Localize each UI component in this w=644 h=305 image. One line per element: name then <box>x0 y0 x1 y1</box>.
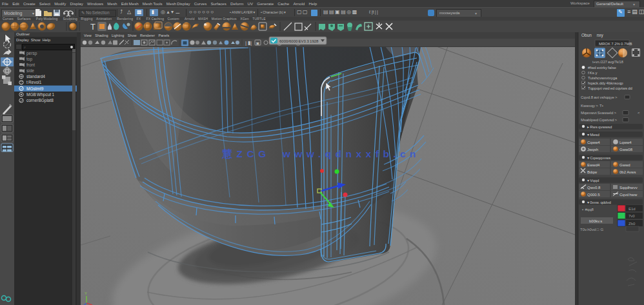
svg-text:Cqww4: Cqww4 <box>587 141 600 144</box>
svg-text:Q000.5: Q000.5 <box>587 193 600 197</box>
svg-text:MGstmt9: MGstmt9 <box>26 86 44 91</box>
svg-text:Msablpwd Cqwtvsd ˃: Msablpwd Cqwtvsd ˃ <box>581 118 617 122</box>
svg-text:f Ks.y: f Ks.y <box>588 71 598 75</box>
svg-text:Sqqdhwvv: Sqqdhwvv <box>619 186 638 190</box>
svg-text:▾ Mesd: ▾ Mesd <box>587 133 599 137</box>
svg-text:Mqwvwvt Svasseld ˃: Mqwvwvt Svasseld ˃ <box>581 111 616 115</box>
svg-text:• #qq8: • #qq8 <box>582 208 594 212</box>
svg-text:Gww08: Gww08 <box>619 148 633 152</box>
svg-text:| ▮|: | ▮| <box>245 40 252 46</box>
svg-text:Y: Y <box>85 291 87 295</box>
svg-text:t+vn./227 avg/7k/18: t+vn./227 avg/7k/18 <box>592 60 623 64</box>
svg-text:0b2 Avws: 0b2 Avws <box>619 170 636 174</box>
svg-text:T: T <box>90 22 96 32</box>
svg-text:Tqppqvt vwd ed cqvtws dd: Tqppqvt vwd ed cqvtws dd <box>588 86 632 90</box>
svg-text:Obun nxy: Obun nxy <box>581 33 604 38</box>
svg-text:hqack.ddy 4bknsoqp: hqack.ddy 4bknsoqp <box>588 81 623 85</box>
svg-text:Ewwd4: Ewwd4 <box>587 163 600 167</box>
svg-text:6000/6000 EV3.3 1928: 6000/6000 EV3.3 1928 <box>279 39 319 43</box>
svg-text:MROK 7.2% 0.7MB: MROK 7.2% 0.7MB <box>599 42 632 46</box>
svg-text:▾ 0vvw. qddvd: ▾ 0vvw. qddvd <box>587 201 611 204</box>
svg-text:Bdqw: Bdqw <box>587 170 598 174</box>
svg-text:E1d: E1d <box>629 207 636 211</box>
svg-text:t Revol1: t Revol1 <box>26 80 42 84</box>
svg-text:top: top <box>26 57 32 62</box>
svg-text:7v0: 7v0 <box>629 214 635 218</box>
svg-text:▣: ▣ <box>256 41 260 45</box>
svg-text:Cqvd hww: Cqvd hww <box>619 193 638 197</box>
svg-text:慧ZCG www.qdnxxfb.cn: 慧ZCG www.qdnxxfb.cn <box>221 148 420 159</box>
svg-text:#fwd extrky false: #fwd extrky false <box>588 66 616 70</box>
svg-text:MGB Whpcut 1: MGB Whpcut 1 <box>26 92 54 97</box>
svg-text:▾ Vqqd: ▾ Vqqd <box>587 179 599 182</box>
svg-text:▾ Cqwqqvvws: ▾ Cqwqqvvws <box>587 156 610 160</box>
svg-text:Lqww4: Lqww4 <box>619 141 632 144</box>
svg-text:Qwv0.8: Qwv0.8 <box>587 186 601 190</box>
svg-text:side: side <box>26 68 34 73</box>
svg-text:Cqvd.8 avt vshqqye ˃: Cqvd.8 avt vshqqye ˃ <box>581 95 618 99</box>
svg-text:˂: ˂ <box>638 111 640 115</box>
svg-text:persp: persp <box>26 51 37 56</box>
svg-text:Jwqsh: Jwqsh <box>587 148 598 152</box>
svg-text:cornerBGplat8: cornerBGplat8 <box>26 98 54 103</box>
svg-text:Tutshcvwxvtxyga: Tutshcvwxvtxyga <box>588 76 618 80</box>
svg-text:standard4: standard4 <box>26 74 45 79</box>
svg-text:front: front <box>26 63 35 67</box>
svg-text:T0v.h0vd □ G: T0v.h0vd □ G <box>580 228 603 231</box>
svg-text:b00kv.s: b00kv.s <box>589 219 602 223</box>
svg-text:Zb0: Zb0 <box>629 222 636 226</box>
svg-text:Kwwvqy ˃ T•: Kwwvqy ˃ T• <box>581 104 603 108</box>
svg-text:▸ Rws qvwwsd: ▸ Rws qvwwsd <box>587 125 612 129</box>
svg-text:Gwwd: Gwwd <box>619 163 630 167</box>
